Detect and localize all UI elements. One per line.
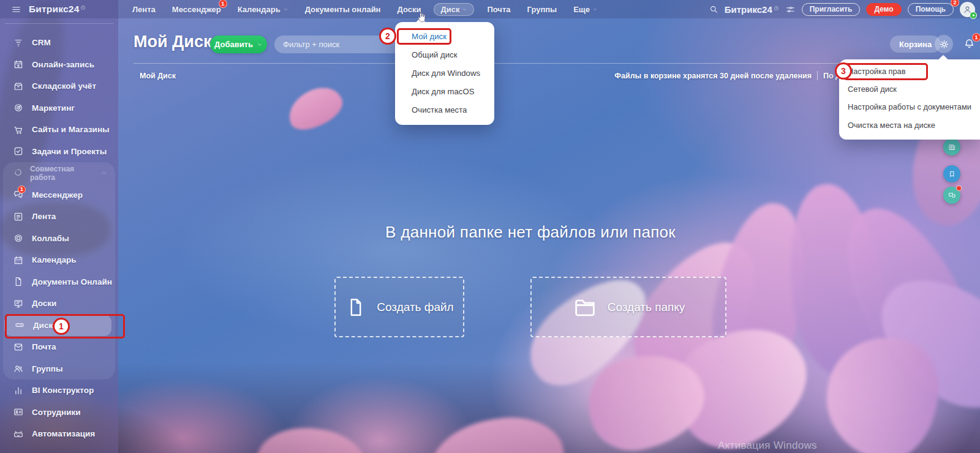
clock-icon xyxy=(774,6,779,11)
sidebar-section-main: CRMОнлайн-записьСкладской учётМаркетингС… xyxy=(0,32,118,162)
sidebar-item-label: Сотрудники xyxy=(32,408,81,417)
breadcrumb[interactable]: Мой Диск xyxy=(140,72,176,80)
help-button[interactable]: Помощь 2 xyxy=(908,3,954,16)
brand-logo[interactable]: Битрикс24 xyxy=(725,4,779,15)
sidebar-item-label: Лента xyxy=(32,212,56,221)
clock-icon xyxy=(774,6,779,11)
menu-item[interactable]: Диск для Windows xyxy=(395,64,494,83)
chev-down-icon xyxy=(592,7,598,12)
check-square-icon xyxy=(13,146,24,157)
gear-icon xyxy=(938,39,950,50)
nav-item[interactable]: Документы онлайн xyxy=(305,5,381,14)
sidebar-item-label: BI Конструктор xyxy=(32,386,94,395)
windows-activation-watermark: Активация Windows xyxy=(718,440,817,452)
sidebar-item[interactable]: Документы Онлайн xyxy=(3,271,115,293)
avatar[interactable] xyxy=(960,2,975,17)
sliders-icon[interactable] xyxy=(785,4,796,15)
avatar-status-icon xyxy=(970,12,977,19)
floating-bookmark-button[interactable] xyxy=(943,165,960,182)
nav-item-label: Мессенджер xyxy=(172,5,221,14)
sidebar-item[interactable]: Складской учёт xyxy=(0,75,118,97)
annotation-box-step3 xyxy=(843,63,928,80)
bars-icon xyxy=(13,385,24,396)
trash-note: Файлы в корзине хранятся 30 дней после у… xyxy=(614,72,812,80)
toolbar-right: Файлы в корзине хранятся 30 дней после у… xyxy=(614,71,853,80)
sidebar-item[interactable]: Лента xyxy=(3,206,115,228)
sidebar-item-label: Автоматизация xyxy=(32,429,95,438)
search-icon[interactable] xyxy=(709,4,718,14)
bookmark-icon xyxy=(948,170,957,179)
sidebar-group-header[interactable]: Совместная работа xyxy=(3,162,115,184)
nav-item-label: Группы xyxy=(527,5,557,14)
sidebar-group-collab: Совместная работа Мессенджер1ЛентаКоллаб… xyxy=(3,162,115,380)
sidebar-item[interactable]: Сотрудники xyxy=(0,402,118,424)
nav-item[interactable]: Диск xyxy=(434,3,474,16)
nav-item[interactable]: Календарь xyxy=(238,5,288,14)
sidebar-item[interactable]: Коллабы xyxy=(3,228,115,250)
nav-item[interactable]: Почта xyxy=(487,5,510,14)
demo-button[interactable]: Демо xyxy=(866,3,901,16)
add-button[interactable]: Добавить xyxy=(210,36,267,53)
invite-button[interactable]: Пригласить xyxy=(802,3,861,16)
chev-up-icon xyxy=(100,169,108,177)
funnel-icon xyxy=(13,37,24,48)
collab-icon xyxy=(13,167,23,178)
topbar: Битрикс24 ЛентаМессенджер1КалендарьДокум… xyxy=(0,0,980,18)
nav-item[interactable]: Лента xyxy=(132,5,156,14)
notification-badge: 1 xyxy=(18,185,26,193)
floating-chat2-button[interactable] xyxy=(943,187,960,204)
file-icon xyxy=(345,296,367,318)
news-icon xyxy=(948,143,957,152)
sidebar-item-label: Документы Онлайн xyxy=(32,277,112,286)
floating-news-button[interactable] xyxy=(943,138,960,155)
menu-item[interactable]: Общий диск xyxy=(395,46,494,64)
nav-item[interactable]: Доски xyxy=(397,5,421,14)
bitrix24-drive-screen: CRMОнлайн-записьСкладской учётМаркетингС… xyxy=(0,0,980,453)
menu-item[interactable]: Очистка места xyxy=(395,100,494,119)
sidebar-item[interactable]: Доски xyxy=(3,293,115,315)
sidebar-section-extra: BI КонструкторСотрудникиАвтоматизация xyxy=(0,380,118,445)
id-card-icon xyxy=(13,406,24,417)
sidebar-item[interactable]: Группы xyxy=(3,358,115,380)
calendar-icon xyxy=(13,255,24,266)
menu-item[interactable]: Очистка места на диске xyxy=(839,116,980,134)
sidebar-item[interactable]: Календарь xyxy=(3,249,115,271)
create-file-tile[interactable]: Создать файл xyxy=(334,277,464,337)
folder-icon xyxy=(572,294,598,320)
notifications-bell-button[interactable]: 1 xyxy=(963,37,976,50)
chevron-up-icon[interactable] xyxy=(100,169,108,177)
sidebar-item[interactable]: Онлайн-запись xyxy=(0,54,118,76)
sidebar-item-label: CRM xyxy=(32,38,51,47)
settings-gear-button[interactable] xyxy=(935,35,953,53)
sidebar-item[interactable]: Мессенджер1 xyxy=(3,184,115,206)
create-folder-tile[interactable]: Создать папку xyxy=(530,277,726,337)
chev-down-icon xyxy=(462,7,467,12)
sidebar-item-label: Группы xyxy=(32,364,63,373)
burger-menu-icon[interactable] xyxy=(11,4,21,15)
divider xyxy=(817,71,818,80)
gear-icon xyxy=(938,39,950,50)
sidebar-item[interactable]: CRM xyxy=(0,32,118,54)
nav-item[interactable]: Мессенджер1 xyxy=(172,5,221,14)
menu-item[interactable]: Диск для macOS xyxy=(395,82,494,100)
menu-item[interactable]: Сетевой диск xyxy=(839,80,980,98)
trash-button[interactable]: Корзина xyxy=(890,36,941,53)
sidebar-item[interactable]: BI Конструктор xyxy=(0,380,118,402)
sidebar-item[interactable]: Автоматизация xyxy=(0,423,118,445)
nav-item[interactable]: Группы xyxy=(527,5,557,14)
sidebar-item[interactable]: Сайты и Магазины xyxy=(0,119,118,141)
box-icon xyxy=(13,81,24,92)
nav-item[interactable]: Еще xyxy=(573,5,598,14)
sidebar-item[interactable]: Почта xyxy=(3,336,115,358)
nav-item-label: Диск xyxy=(440,5,459,14)
sidebar-item[interactable]: Маркетинг xyxy=(0,97,118,119)
help-button-label: Помощь xyxy=(916,5,946,13)
sidebar-item[interactable]: Задачи и Проекты xyxy=(0,141,118,163)
menu-item[interactable]: Настройка работы с документами xyxy=(839,98,980,116)
app-logo[interactable]: Битрикс24 xyxy=(29,4,86,15)
doc-icon xyxy=(13,276,24,287)
sliders-icon xyxy=(785,4,796,15)
nav-item-label: Доски xyxy=(397,5,421,14)
robot-icon xyxy=(13,429,24,440)
sidebar-item-label: Доски xyxy=(32,299,56,308)
